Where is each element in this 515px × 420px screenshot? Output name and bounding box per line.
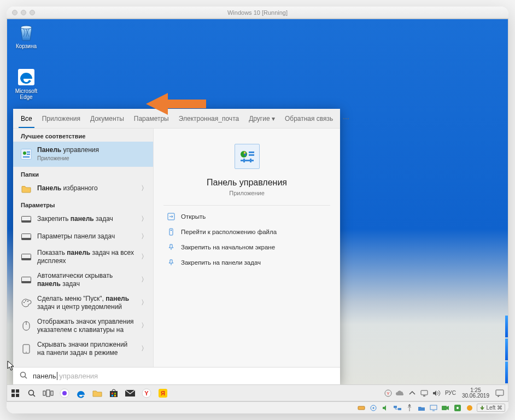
svg-rect-42 [46,390,50,396]
tray-volume-icon[interactable] [431,385,441,401]
tray-onedrive-icon[interactable] [395,385,405,401]
search-tab-email[interactable]: Электронная_почта [177,109,241,128]
svg-rect-38 [16,394,19,397]
tray-clock[interactable]: 1:25 30.06.2019 [460,388,491,399]
taskbar-store[interactable] [106,385,122,401]
tray-chevron-up-icon[interactable] [407,385,417,401]
taskbar-yandex-browser[interactable]: Y [138,385,155,401]
svg-rect-35 [11,389,15,393]
search-tab-all[interactable]: Все [19,109,34,128]
search-results-list: Лучшее соответствие Панель управления Пр… [13,129,153,367]
svg-point-45 [62,391,67,395]
desktop-icon-edge[interactable]: Microsoft Edge [10,67,42,100]
host-cd-icon[interactable] [368,404,378,412]
tray-language[interactable]: РУС [443,390,458,396]
search-input[interactable]: панель управления [13,367,340,384]
host-net-icon[interactable] [393,404,402,412]
result-setting-pin-taskbar[interactable]: Закрепить панель задач 〉 [13,211,153,228]
svg-rect-25 [249,151,254,153]
taskbar-icon [21,275,32,285]
chevron-right-icon: 〉 [141,298,148,307]
taskbar-yandex-search[interactable]: Я [155,385,171,401]
result-setting-hide-app-icons[interactable]: Скрывать значки приложений на панели зад… [13,337,153,360]
pin-taskbar-icon [167,258,175,267]
taskbar-edge[interactable] [73,385,89,401]
search-tab-settings[interactable]: Параметры [132,109,171,128]
search-tabs: Все Приложения Документы Параметры Элект… [13,109,340,129]
taskbar-icon [21,231,32,242]
host-camera-icon[interactable] [441,404,450,412]
svg-rect-60 [496,390,504,395]
mac-titlebar: Windows 10 [Running] [7,7,508,19]
svg-rect-7 [27,154,30,155]
host-usb-icon[interactable] [405,404,414,412]
svg-rect-12 [22,238,31,240]
tray-network-icon[interactable] [419,385,429,401]
preview-title: Панель управления [207,178,287,188]
svg-point-39 [29,390,34,395]
chevron-right-icon: 〉 [141,232,148,241]
host-key-indicator[interactable]: Left ⌘ [477,404,505,412]
host-power-icon[interactable] [465,404,475,412]
svg-rect-58 [421,390,428,395]
chevron-right-icon: 〉 [141,275,148,284]
svg-rect-49 [112,395,113,396]
svg-rect-32 [171,230,172,231]
svg-point-17 [24,302,25,303]
preview-action-pin-taskbar[interactable]: Закрепить на панели задач [163,255,330,270]
taskbar-mail[interactable] [122,385,138,401]
preview-action-open[interactable]: Открыть [163,209,330,224]
search-tab-more[interactable]: Другие ▾ [247,109,277,128]
preview-action-pin-start[interactable]: Закрепить на начальном экране [163,240,330,255]
edge-peek-stubs [505,316,508,384]
chevron-right-icon: 〉 [141,184,148,193]
result-folder-favorites-panel[interactable]: Панель избранного 〉 [13,180,153,197]
svg-rect-66 [430,405,437,410]
host-shared-icon[interactable] [417,404,426,412]
taskbar-yandex-alice[interactable] [56,385,73,401]
tray-yandex-icon[interactable]: Y [383,385,393,401]
svg-rect-26 [249,154,254,156]
result-control-panel[interactable]: Панель управления Приложение [13,142,153,167]
svg-rect-47 [112,393,113,394]
host-display-icon[interactable] [429,404,438,412]
preview-action-file-location[interactable]: Перейти к расположению файла [163,224,330,240]
start-search-panel: Все Приложения Документы Параметры Элект… [13,109,340,384]
search-preview-pane: Панель управления Приложение Открыть Пер… [153,129,340,367]
edge-icon [17,67,36,87]
result-setting-mouse-keys-icon[interactable]: Отображать значок управления указателем … [13,314,153,337]
taskbar-explorer[interactable] [89,385,106,401]
svg-rect-68 [442,406,447,410]
start-button[interactable] [7,385,24,401]
search-tab-feedback[interactable]: Обратная связь [283,109,335,128]
system-tray: Y РУС 1:25 30.06.2019 [383,385,508,401]
svg-rect-46 [110,391,118,397]
result-setting-taskbar-params[interactable]: Параметры панели задач 〉 [13,228,153,246]
result-setting-show-taskbar-all-displays[interactable]: Показать панель задач на всех дисплеях 〉 [13,246,153,269]
taskbar-search-button[interactable] [24,385,40,401]
search-tab-apps[interactable]: Приложения [40,109,83,128]
search-tab-docs[interactable]: Документы [88,109,126,128]
host-audio-icon[interactable] [381,404,390,412]
desktop-icon-recycle-bin[interactable]: Корзина [10,22,42,49]
host-hdd-icon[interactable] [356,404,366,412]
recycle-bin-icon [17,22,36,42]
result-setting-start-colors[interactable]: Сделать меню "Пуск", панель задач и цент… [13,291,153,314]
svg-rect-28 [243,159,245,162]
search-tab-overflow[interactable]: ⋯ [341,109,352,128]
host-settings-icon[interactable] [453,404,463,412]
chevron-right-icon: 〉 [141,252,148,261]
chevron-right-icon: 〉 [141,321,148,330]
folder-icon [21,183,32,194]
result-setting-autohide-taskbar[interactable]: Автоматически скрывать панель задач 〉 [13,269,153,291]
vm-viewport: Корзина Microsoft Edge Y Yandex Все Прил… [7,19,508,401]
desktop-icon-label: Корзина [16,43,37,49]
windows-taskbar: Y Я Y РУС 1:25 30.06.2019 [7,384,508,401]
svg-rect-31 [169,229,173,235]
task-view-button[interactable] [40,385,56,401]
result-title-bold: Панель [37,146,61,154]
svg-text:Y: Y [144,390,149,396]
svg-rect-37 [11,394,15,397]
action-center-button[interactable] [494,385,506,401]
result-title-rest: управления [61,146,99,154]
